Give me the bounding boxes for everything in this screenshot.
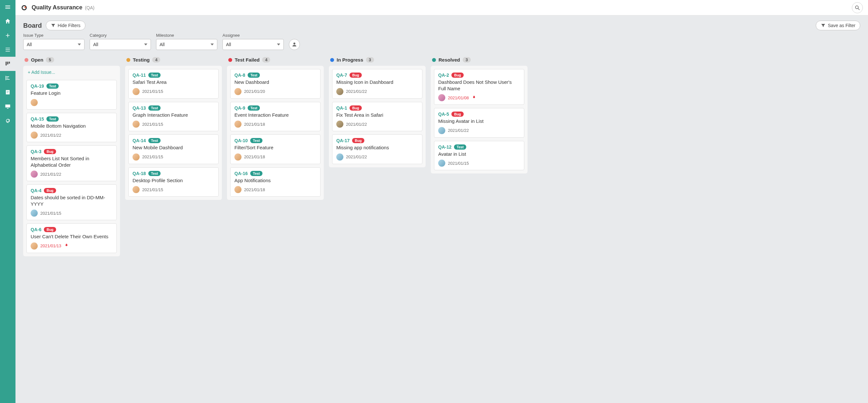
board-column: Testing4QA-11TestSafari Test Area2021/01… — [125, 56, 222, 200]
assignee-avatar — [438, 127, 445, 134]
filter-bar: Issue Type All Category All Milestone — [23, 33, 860, 50]
card-title: Fix Test Area in Safari — [336, 112, 418, 118]
menu-icon[interactable] — [0, 0, 16, 14]
card-title: Feature Login — [31, 90, 113, 96]
card-title: Avatar in List — [438, 151, 520, 157]
add-icon[interactable] — [0, 28, 16, 42]
assignee-avatar — [132, 121, 140, 128]
monitor-icon[interactable] — [0, 99, 16, 114]
filter-plus-icon — [820, 23, 826, 28]
home-icon[interactable] — [0, 14, 16, 28]
filter-select-assignee[interactable]: All — [222, 39, 284, 50]
card-title: New Mobile Dashboard — [132, 145, 214, 151]
card-key: QA-3 — [31, 149, 41, 154]
issue-card[interactable]: QA-12TestAvatar in List2021/01/15 — [434, 141, 524, 170]
card-date: 2021/01/20 — [244, 89, 265, 94]
card-date: 2021/01/22 — [346, 89, 367, 94]
issue-card[interactable]: QA-10TestFilter/Sort Feature2021/01/18 — [230, 134, 320, 164]
assignee-avatar — [31, 243, 38, 250]
card-key: QA-16 — [235, 171, 248, 176]
card-title: Safari Test Area — [132, 79, 214, 86]
settings-icon[interactable] — [0, 114, 16, 128]
column-name: Resolved — [438, 57, 460, 63]
list-icon[interactable] — [0, 42, 16, 57]
add-issue-button[interactable]: + Add Issue... — [26, 69, 117, 77]
board-icon[interactable] — [0, 57, 16, 71]
issue-card[interactable]: QA-8TestNew Dashboard2021/01/20 — [230, 69, 320, 99]
search-button[interactable] — [852, 2, 863, 13]
issue-card[interactable]: QA-18TestDesktop Profile Section2021/01/… — [128, 167, 219, 197]
board-title: Board — [23, 22, 42, 29]
card-date: 2021/01/15 — [142, 89, 163, 94]
project-name: Quality Assurance — [32, 4, 82, 11]
card-key: QA-13 — [132, 105, 146, 111]
column-count: 3 — [463, 57, 471, 63]
issue-card[interactable]: QA-6BugUser Can't Delete Their Own Event… — [26, 223, 117, 253]
assignee-avatar — [438, 94, 445, 101]
status-dot-icon — [126, 58, 130, 62]
save-filter-label: Save as Filter — [828, 23, 856, 28]
filter-label-issuetype: Issue Type — [23, 33, 85, 38]
card-key: QA-17 — [336, 138, 349, 143]
filter-select-milestone[interactable]: All — [156, 39, 217, 50]
assignee-avatar — [235, 88, 242, 95]
card-title: Desktop Profile Section — [132, 177, 214, 184]
card-tag: Test — [148, 105, 161, 111]
card-title: Members List Not Sorted in Alphabetical … — [31, 155, 113, 168]
card-tag: Test — [250, 171, 262, 176]
issue-card[interactable]: QA-16TestApp Notifications2021/01/18 — [230, 167, 320, 197]
status-dot-icon — [330, 58, 334, 62]
issue-card[interactable]: QA-17BugMissing app notifications2021/01… — [332, 134, 423, 164]
card-date: 2021/01/18 — [244, 154, 265, 159]
issue-card[interactable]: QA-5BugMissing Avatar in List2021/01/22 — [434, 108, 524, 138]
card-date: 2021/01/15 — [142, 154, 163, 159]
wiki-icon[interactable] — [0, 85, 16, 99]
filter-value-milestone: All — [160, 42, 165, 47]
issue-card[interactable]: QA-9TestEvent Interaction Feature2021/01… — [230, 102, 320, 131]
column-body: QA-8TestNew Dashboard2021/01/20QA-9TestE… — [227, 66, 324, 200]
assignee-avatar — [31, 170, 38, 178]
card-tag: Bug — [44, 188, 56, 193]
card-tag: Bug — [349, 105, 362, 111]
card-title: Mobile Bottom Navigation — [31, 123, 113, 129]
column-body: QA-7BugMissing Icon in Dashboard2021/01/… — [329, 66, 426, 167]
card-tag: Test — [248, 72, 260, 78]
status-dot-icon — [25, 58, 28, 62]
issue-card[interactable]: QA-1BugFix Test Area in Safari2021/01/22 — [332, 102, 423, 131]
hide-filters-button[interactable]: Hide Filters — [46, 21, 86, 30]
filter-select-category[interactable]: All — [90, 39, 151, 50]
card-tag: Test — [248, 105, 260, 111]
filter-me-button[interactable] — [289, 39, 300, 50]
column-count: 5 — [46, 57, 54, 63]
issue-card[interactable]: QA-3BugMembers List Not Sorted in Alphab… — [26, 146, 117, 181]
issue-card[interactable]: QA-19TestFeature Login — [26, 80, 117, 110]
card-tag: Bug — [44, 149, 56, 154]
issue-card[interactable]: QA-15TestMobile Bottom Navigation2021/01… — [26, 113, 117, 143]
chevron-down-icon — [211, 43, 214, 45]
project-key: (QA) — [85, 5, 94, 10]
svg-point-0 — [856, 6, 858, 9]
issue-card[interactable]: QA-14TestNew Mobile Dashboard2021/01/15 — [128, 134, 219, 164]
column-count: 4 — [152, 57, 160, 63]
board-column: Open5+ Add Issue...QA-19TestFeature Logi… — [23, 56, 120, 256]
card-date: 2021/01/08 — [448, 95, 469, 100]
issue-card[interactable]: QA-13TestGraph Interaction Feature2021/0… — [128, 102, 219, 131]
card-key: QA-4 — [31, 188, 41, 193]
card-title: Event Interaction Feature — [235, 112, 316, 118]
gantt-icon[interactable] — [0, 71, 16, 85]
issue-card[interactable]: QA-7BugMissing Icon in Dashboard2021/01/… — [332, 69, 423, 99]
assignee-avatar — [31, 131, 38, 138]
filter-select-issuetype[interactable]: All — [23, 39, 85, 50]
issue-card[interactable]: QA-4BugDates should be sorted in DD-MM-Y… — [26, 184, 117, 220]
topbar: Quality Assurance (QA) — [16, 0, 868, 16]
card-tag: Bug — [349, 72, 362, 78]
filter-label-assignee: Assignee — [222, 33, 284, 38]
card-title: New Dashboard — [235, 79, 316, 86]
card-tag: Test — [46, 116, 59, 122]
card-tag: Test — [148, 72, 161, 78]
save-filter-button[interactable]: Save as Filter — [816, 21, 860, 30]
card-tag: Test — [148, 171, 161, 176]
issue-card[interactable]: QA-11TestSafari Test Area2021/01/15 — [128, 69, 219, 99]
filter-value-category: All — [93, 42, 98, 47]
issue-card[interactable]: QA-2BugDashboard Does Not Show User's Fu… — [434, 69, 524, 105]
